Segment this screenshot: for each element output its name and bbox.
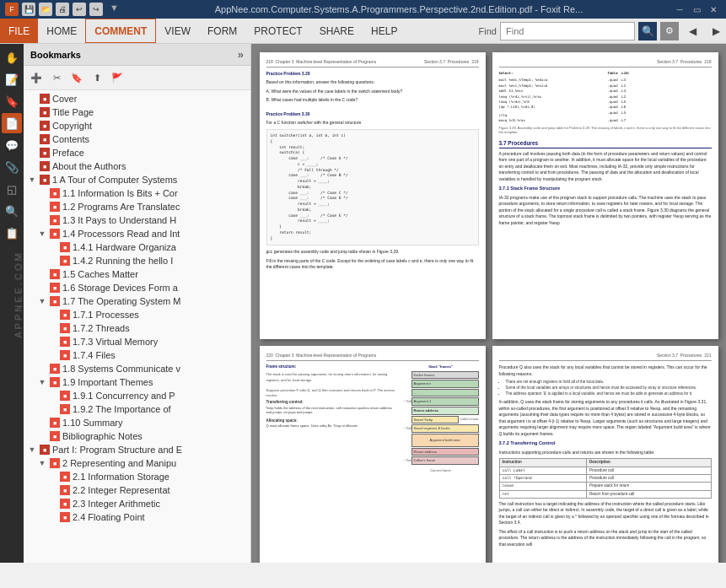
bookmark-2-2[interactable]: ■ 2.2 Integer Representat xyxy=(24,483,250,497)
bookmark-2-4[interactable]: ■ 2.4 Floating Point xyxy=(24,510,250,524)
sidebar-tool-up[interactable]: ⬆ xyxy=(88,68,106,87)
bookmark-1-7-2[interactable]: ■ 1.7.2 Threads xyxy=(24,321,250,335)
left-tool-2[interactable]: 📝 xyxy=(2,69,22,89)
menu-share[interactable]: SHARE xyxy=(311,19,363,43)
search-bar: Find 🔍 ⚙ ◀ ▶ xyxy=(479,19,726,43)
title-bar-icons: F 💾 📂 🖨 ↩ ↪ ▼ xyxy=(5,3,119,16)
main-layout: ✋ 📝 🔖 📄 💬 📎 ◱ 🔍 📋 Bookmarks » ➕ ✂ 🔖 ⬆ 🚩 … xyxy=(0,44,726,563)
sidebar-header: Bookmarks » xyxy=(24,44,250,66)
bookmark-authors[interactable]: ■ About the Authors xyxy=(24,159,250,173)
top-page-spread: 218 Chapter 3 Machine-level Representati… xyxy=(260,52,718,339)
left-tool-9[interactable]: 📋 xyxy=(2,223,22,243)
menu-bar: FILE HOME COMMENT VIEW FORM PROTECT SHAR… xyxy=(0,19,726,44)
subsection-3-7-1: 3.7.1 Stack Frame Structure xyxy=(499,186,712,192)
search-button[interactable]: 🔍 xyxy=(638,22,657,40)
menu-comment[interactable]: COMMENT xyxy=(85,19,156,43)
bookmark-copyright[interactable]: ■ Copyright xyxy=(24,119,250,132)
sidebar: Bookmarks » ➕ ✂ 🔖 ⬆ 🚩 ■ Cover ■ Title Pa… xyxy=(24,44,251,563)
bookmark-1-4-1[interactable]: ■ 1.4.1 Hardware Organiza xyxy=(24,240,250,254)
bookmark-2-1[interactable]: ■ 2.1 Information Storage xyxy=(24,470,250,483)
bookmark-1-2[interactable]: ■ 1.2 Programs Are Translatec xyxy=(24,200,250,213)
bookmark-1-3[interactable]: ■ 1.3 It Pays to Understand H xyxy=(24,213,250,227)
settings-button[interactable]: ⚙ xyxy=(660,22,679,40)
bookmark-1-7-3[interactable]: ■ 1.7.3 Virtual Memory xyxy=(24,335,250,348)
bookmark-part1[interactable]: ▼ ■ Part I: Program Structure and E xyxy=(24,443,250,456)
bookmark-1-4-2[interactable]: ■ 1.4.2 Running the hello I xyxy=(24,254,250,267)
bookmark-1-10[interactable]: ■ 1.10 Summary xyxy=(24,416,250,429)
print-icon-tb[interactable]: 🖨 xyxy=(56,3,69,16)
search-label: Find xyxy=(479,26,497,36)
sidebar-tool-delete[interactable]: ✂ xyxy=(47,68,66,87)
bookmark-cover[interactable]: ■ Cover xyxy=(24,92,250,105)
title-bar: F 💾 📂 🖨 ↩ ↪ ▼ AppNee.com.Computer.System… xyxy=(0,0,726,19)
left-strip: ✋ 📝 🔖 📄 💬 📎 ◱ 🔍 📋 xyxy=(0,44,24,563)
restore-btn[interactable]: ▭ xyxy=(689,3,704,16)
pdf-page-bottom-left: 220 Chapter 3 Machine-level Representati… xyxy=(260,346,486,563)
bookmarks-tree[interactable]: ■ Cover ■ Title Page ■ Copyright ■ Conte… xyxy=(24,90,250,563)
subsection-3-7-2: 3.7.2 Transferring Control xyxy=(499,440,712,447)
sidebar-tool-bookmark[interactable]: 🔖 xyxy=(67,68,86,87)
page-header-right: Section 3.7 Procedures 219 xyxy=(499,59,712,67)
bookmark-1-1[interactable]: ■ 1.1 Information Is Bits + Cor xyxy=(24,186,250,200)
pdf-page-bottom-right: Section 3.7 Procedures 221 Procedure Q a… xyxy=(492,346,718,563)
menu-view[interactable]: VIEW xyxy=(156,19,199,43)
bookmark-1-7-4[interactable]: ■ 1.7.4 Files xyxy=(24,348,250,362)
bookmark-1-9-1[interactable]: ■ 1.9.1 Concurrency and P xyxy=(24,389,250,402)
menu-protect[interactable]: PROTECT xyxy=(245,19,310,43)
bottom-page-spread: 220 Chapter 3 Machine-level Representati… xyxy=(260,346,718,563)
left-tool-6[interactable]: 📎 xyxy=(2,157,22,177)
app-icon: F xyxy=(5,3,19,16)
redo-icon-tb[interactable]: ↪ xyxy=(89,3,103,16)
left-tool-3[interactable]: 🔖 xyxy=(2,91,22,111)
window-controls: ─ ▭ ✕ xyxy=(672,3,721,16)
left-tool-7[interactable]: ◱ xyxy=(2,179,22,199)
bookmark-ch1[interactable]: ▼ ■ 1 A Tour of Computer Systems xyxy=(24,173,250,186)
bookmark-2-3[interactable]: ■ 2.3 Integer Arithmetic xyxy=(24,497,250,510)
bookmark-1-4[interactable]: ▼ ■ 1.4 Processors Read and Int xyxy=(24,227,250,240)
bookmark-1-9-2[interactable]: ■ 1.9.2 The Importance of xyxy=(24,402,250,416)
left-tool-8[interactable]: 🔍 xyxy=(2,201,22,221)
undo-icon-tb[interactable]: ↩ xyxy=(73,3,86,16)
left-tool-1[interactable]: ✋ xyxy=(2,47,22,67)
pdf-page-top-left: 218 Chapter 3 Machine-level Representati… xyxy=(260,52,486,339)
section-title-3-7: 3.7 Procedures xyxy=(499,139,712,148)
window-title: AppNee.com.Computer.Systems.A.Programmer… xyxy=(126,4,672,14)
menu-help[interactable]: HELP xyxy=(363,19,406,43)
bookmark-1-9[interactable]: ▼ ■ 1.9 Important Themes xyxy=(24,375,250,389)
bookmark-1-8[interactable]: ■ 1.8 Systems Communicate v xyxy=(24,362,250,375)
sidebar-expand-btn[interactable]: » xyxy=(238,48,244,61)
sidebar-tool-add[interactable]: ➕ xyxy=(27,68,46,87)
bookmark-contents[interactable]: ■ Contents xyxy=(24,132,250,146)
page-header-bottom-left: 220 Chapter 3 Machine-level Representati… xyxy=(266,353,479,361)
bookmark-1-7-1[interactable]: ■ 1.7.1 Processes xyxy=(24,308,250,321)
nav-back-btn[interactable]: ◀ xyxy=(682,21,702,41)
bookmark-titlepage[interactable]: ■ Title Page xyxy=(24,105,250,119)
bookmark-icon: ■ xyxy=(40,94,50,104)
sidebar-tools: ➕ ✂ 🔖 ⬆ 🚩 xyxy=(24,66,250,90)
sidebar-header-title: Bookmarks xyxy=(30,50,81,60)
bookmark-1-6[interactable]: ■ 1.6 Storage Devices Form a xyxy=(24,281,250,294)
content-area[interactable]: APPNEE.COM 218 Chapter 3 Machine-level R… xyxy=(251,44,726,563)
minimize-btn[interactable]: ─ xyxy=(672,3,687,16)
menu-form[interactable]: FORM xyxy=(199,19,245,43)
open-icon-tb[interactable]: 📂 xyxy=(39,3,52,16)
search-input[interactable] xyxy=(500,22,635,40)
sidebar-tool-flag[interactable]: 🚩 xyxy=(108,68,126,87)
nav-fwd-btn[interactable]: ▶ xyxy=(706,21,726,41)
menu-file[interactable]: FILE xyxy=(0,19,38,43)
close-btn[interactable]: ✕ xyxy=(706,3,721,16)
page-header-left: 218 Chapter 3 Machine-level Representati… xyxy=(266,59,479,67)
menu-home[interactable]: HOME xyxy=(38,19,85,43)
bookmark-1-7[interactable]: ▼ ■ 1.7 The Operating System M xyxy=(24,294,250,308)
bookmark-preface[interactable]: ■ Preface xyxy=(24,146,250,159)
page-header-bottom-right: Section 3.7 Procedures 221 xyxy=(499,353,712,361)
bookmark-label: Cover xyxy=(52,94,77,104)
toggle-cover[interactable] xyxy=(27,94,37,104)
bookmark-bib[interactable]: ■ Bibliographic Notes xyxy=(24,429,250,443)
bookmark-ch2[interactable]: ▼ ■ 2 Representing and Manipu xyxy=(24,456,250,470)
pdf-page-top-right: Section 3.7 Procedures 219 Select: movl … xyxy=(492,52,718,339)
save-icon-tb[interactable]: 💾 xyxy=(22,3,35,16)
bookmark-1-5[interactable]: ■ 1.5 Caches Matter xyxy=(24,267,250,281)
left-tool-4[interactable]: 📄 xyxy=(2,113,22,133)
left-tool-5[interactable]: 💬 xyxy=(2,135,22,155)
